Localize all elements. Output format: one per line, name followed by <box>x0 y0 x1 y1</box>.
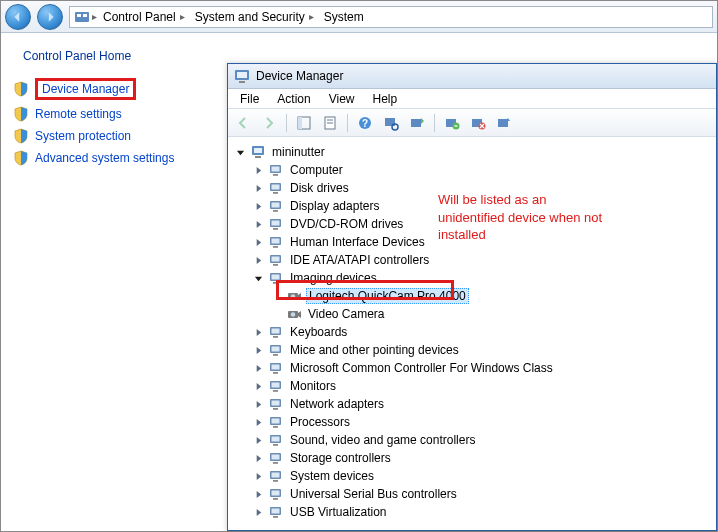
svg-rect-50 <box>272 329 280 334</box>
show-hide-console-icon[interactable] <box>293 112 315 134</box>
expand-icon[interactable] <box>252 362 264 374</box>
scan-hardware-icon[interactable] <box>380 112 402 134</box>
expand-icon[interactable] <box>252 380 264 392</box>
properties-icon[interactable] <box>319 112 341 134</box>
shield-icon <box>13 106 29 122</box>
menu-file[interactable]: File <box>232 90 267 108</box>
sidebar-link-device-manager[interactable]: Device Manager <box>9 75 219 103</box>
category-icon <box>268 360 284 376</box>
device-tree[interactable]: mininutter ComputerDisk drivesDisplay ad… <box>228 137 716 530</box>
expand-icon[interactable] <box>252 488 264 500</box>
svg-rect-81 <box>273 516 278 518</box>
expand-icon[interactable] <box>252 434 264 446</box>
separator <box>347 114 348 132</box>
category-icon <box>268 504 284 520</box>
expand-icon[interactable] <box>252 164 264 176</box>
svg-rect-69 <box>273 444 278 446</box>
svg-rect-31 <box>272 203 280 208</box>
tree-category[interactable]: Imaging devices <box>250 269 712 287</box>
shield-icon <box>13 150 29 166</box>
chevron-right-icon: ▸ <box>180 11 185 22</box>
update-driver-icon[interactable] <box>406 112 428 134</box>
tree-category-label: DVD/CD-ROM drives <box>288 217 405 231</box>
svg-rect-65 <box>272 419 280 424</box>
tree-root[interactable]: mininutter <box>232 143 712 161</box>
control-panel-home-link[interactable]: Control Panel Home <box>23 49 215 63</box>
tree-category[interactable]: Processors <box>250 413 712 431</box>
tree-category[interactable]: Universal Serial Bus controllers <box>250 485 712 503</box>
sidebar-link-advanced-settings[interactable]: Advanced system settings <box>9 147 219 169</box>
tree-category[interactable]: Microsoft Common Controller For Windows … <box>250 359 712 377</box>
sidebar-link-label: Device Manager <box>42 82 129 96</box>
tree-category-label: Monitors <box>288 379 338 393</box>
breadcrumb-item[interactable]: System and Security▸ <box>191 10 318 24</box>
tree-root-label: mininutter <box>270 145 327 159</box>
window-title: Device Manager <box>256 69 343 83</box>
tree-category[interactable]: USB Virtualization <box>250 503 712 521</box>
svg-rect-53 <box>272 347 280 352</box>
expand-icon[interactable] <box>252 344 264 356</box>
back-button[interactable] <box>5 4 31 30</box>
breadcrumb-item[interactable]: System <box>320 10 368 24</box>
tree-category-label: Processors <box>288 415 352 429</box>
tree-category[interactable]: IDE ATA/ATAPI controllers <box>250 251 712 269</box>
svg-rect-54 <box>273 354 278 356</box>
tree-category-label: Disk drives <box>288 181 351 195</box>
expand-icon[interactable] <box>252 182 264 194</box>
menu-view[interactable]: View <box>321 90 363 108</box>
expand-icon[interactable] <box>252 398 264 410</box>
expand-icon[interactable] <box>252 326 264 338</box>
expand-icon[interactable] <box>252 416 264 428</box>
expand-icon[interactable] <box>252 470 264 482</box>
sidebar-link-system-protection[interactable]: System protection <box>9 125 219 147</box>
breadcrumb-label: Control Panel <box>103 10 176 24</box>
sidebar-link-remote-settings[interactable]: Remote settings <box>9 103 219 125</box>
menu-help[interactable]: Help <box>365 90 406 108</box>
breadcrumb[interactable]: ▸ Control Panel▸ System and Security▸ Sy… <box>69 6 713 28</box>
collapse-icon[interactable] <box>234 146 246 158</box>
computer-icon <box>250 144 266 160</box>
svg-rect-41 <box>273 264 278 266</box>
tree-category[interactable]: Computer <box>250 161 712 179</box>
expand-icon[interactable] <box>252 452 264 464</box>
svg-rect-34 <box>272 221 280 226</box>
svg-rect-56 <box>272 365 280 370</box>
tree-category[interactable]: Monitors <box>250 377 712 395</box>
svg-rect-63 <box>273 408 278 410</box>
expand-icon[interactable] <box>252 236 264 248</box>
annotation-highlight: Device Manager <box>35 78 136 100</box>
tree-category[interactable]: Mice and other pointing devices <box>250 341 712 359</box>
help-icon[interactable]: ? <box>354 112 376 134</box>
device-manager-window: Device Manager File Action View Help ? <box>227 63 717 531</box>
breadcrumb-item[interactable]: Control Panel▸ <box>99 10 189 24</box>
tree-category[interactable]: Storage controllers <box>250 449 712 467</box>
svg-rect-44 <box>273 282 278 284</box>
uninstall-icon[interactable] <box>441 112 463 134</box>
tree-device[interactable]: Logitech QuickCam Pro 4000 <box>268 287 712 305</box>
forward-icon[interactable] <box>258 112 280 134</box>
tree-category[interactable]: Keyboards <box>250 323 712 341</box>
sidebar-link-label: Advanced system settings <box>35 151 174 165</box>
expand-icon[interactable] <box>252 200 264 212</box>
forward-button[interactable] <box>37 4 63 30</box>
tree-device[interactable]: Video Camera <box>268 305 712 323</box>
category-icon <box>268 180 284 196</box>
expand-icon[interactable] <box>252 218 264 230</box>
svg-rect-28 <box>272 185 280 190</box>
tree-category-label: Computer <box>288 163 345 177</box>
tree-category[interactable]: Sound, video and game controllers <box>250 431 712 449</box>
svg-point-48 <box>291 312 295 316</box>
disable-icon[interactable] <box>467 112 489 134</box>
tree-category[interactable]: Network adapters <box>250 395 712 413</box>
back-icon[interactable] <box>232 112 254 134</box>
collapse-icon[interactable] <box>252 272 264 284</box>
expand-icon[interactable] <box>252 254 264 266</box>
enable-icon[interactable] <box>493 112 515 134</box>
svg-rect-78 <box>273 498 278 500</box>
tree-category[interactable]: System devices <box>250 467 712 485</box>
expand-icon[interactable] <box>252 506 264 518</box>
menu-action[interactable]: Action <box>269 90 318 108</box>
menu-bar: File Action View Help <box>228 89 716 109</box>
svg-rect-43 <box>272 275 280 280</box>
tree-category-label: Sound, video and game controllers <box>288 433 477 447</box>
